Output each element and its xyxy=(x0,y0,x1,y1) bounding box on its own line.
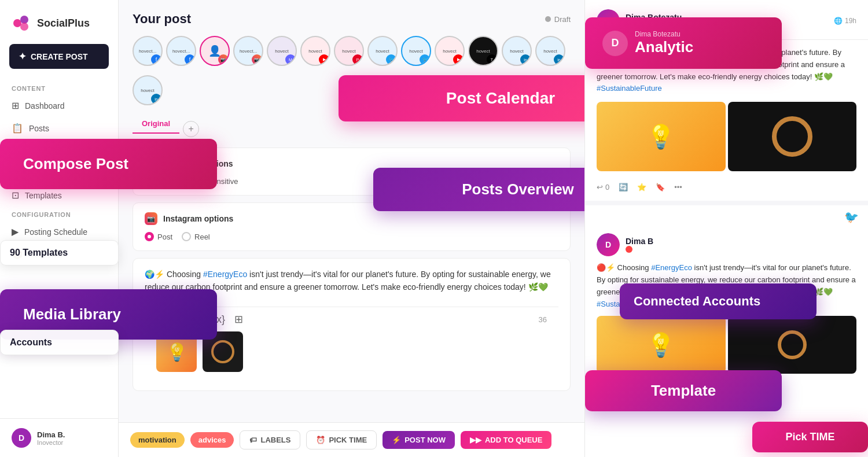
post-now-button[interactable]: ⚡ POST NOW xyxy=(382,431,455,449)
instagram-reel-label: Reel xyxy=(194,233,210,241)
account-avatar-14[interactable]: hovect in xyxy=(133,75,163,105)
feed-post-1-actions: ↩ 0 🔄 ⭐ 🔖 ••• xyxy=(585,178,868,201)
instagram-post-label: Post xyxy=(157,233,172,241)
instagram-platform-icon: 📷 xyxy=(145,212,157,225)
motivation-tag[interactable]: motivation xyxy=(130,432,185,448)
feed-mastodon-badge-2 xyxy=(626,246,653,253)
like-action[interactable]: ⭐ xyxy=(637,183,646,191)
configuration-section-label: Configuration xyxy=(0,207,118,220)
dashboard-icon: ⊞ xyxy=(12,100,19,111)
reply-action[interactable]: ↩ 0 xyxy=(597,183,609,191)
char-count: 36 xyxy=(539,315,547,324)
analytic-user-info: Dima Botezatu Analytic xyxy=(635,30,693,56)
media-library-overlay-text: Media Library xyxy=(23,305,121,323)
pick-time-button[interactable]: ⏰ PICK TIME xyxy=(306,430,377,449)
right-panel: D Dima Botezatu 🌐 19h Choosing #EnergyEc… xyxy=(584,0,868,457)
bookmark-action[interactable]: 🔖 xyxy=(656,183,665,191)
content-section-label: Content xyxy=(0,80,118,94)
feed-avatar-2: D xyxy=(597,233,620,256)
instagram-reel-radio[interactable] xyxy=(182,232,191,241)
account-avatar-3[interactable]: 👤 📷 xyxy=(200,36,230,66)
account-avatar-1[interactable]: hovect... f xyxy=(133,36,163,66)
svg-point-0 xyxy=(13,19,21,27)
add-to-queue-label: ADD TO QUEUE xyxy=(485,436,542,444)
twitter-platform-row: 🐦 xyxy=(585,205,868,224)
sidebar-label-dashboard: Dashboard xyxy=(25,101,65,110)
user-profile-area[interactable]: D Dima B. Inovector xyxy=(0,418,118,457)
account-avatar-13[interactable]: hovect in xyxy=(535,36,565,66)
posts-icon: 📋 xyxy=(12,123,23,134)
feed-hashtag-3: #EnergyEco xyxy=(651,263,692,272)
create-post-button[interactable]: ✦ CREATE POST xyxy=(9,44,109,69)
templates-icon: ⊡ xyxy=(12,190,19,201)
more-action[interactable]: ••• xyxy=(674,183,682,191)
sidebar-label-templates: Templates xyxy=(25,191,62,200)
ring-large-icon xyxy=(772,116,812,157)
feed-divider xyxy=(585,201,868,205)
account-avatar-11[interactable]: hovect T xyxy=(468,36,498,66)
feed-user-2: D Dima B xyxy=(597,233,856,256)
retweet-action[interactable]: 🔄 xyxy=(619,183,628,191)
feed-user-info-2: Dima B xyxy=(626,237,653,253)
post-calendar-overlay: Post Calendar xyxy=(339,75,584,121)
user-info: Dima B. Inovector xyxy=(37,430,65,446)
ring-large-icon-2 xyxy=(778,330,807,359)
instagram-post-radio[interactable] xyxy=(145,232,154,241)
sidebar-label-posts: Posts xyxy=(29,124,49,133)
pick-time-overlay[interactable]: Pick TIME xyxy=(752,422,868,452)
globe-icon: 🌐 xyxy=(834,17,843,25)
pick-time-label: PICK TIME xyxy=(329,436,367,444)
account-avatar-2[interactable]: hovect... f xyxy=(166,36,196,66)
add-tab-button[interactable]: + xyxy=(183,121,199,137)
compose-post-overlay-text: Compose Post xyxy=(23,155,128,172)
draft-badge: Draft xyxy=(545,15,571,24)
red-dot xyxy=(626,246,632,253)
instagram-post-option[interactable]: Post xyxy=(145,232,172,241)
post-now-label: POST NOW xyxy=(404,436,446,444)
tab-original[interactable]: Original xyxy=(133,115,179,134)
app-name: SocialPlus xyxy=(37,17,90,30)
connected-accounts-overlay-text: Connected Accounts xyxy=(634,294,760,308)
feed-hashtag-2: #SustainableFuture xyxy=(597,84,662,93)
labels-button[interactable]: 🏷 LABELS xyxy=(240,430,300,449)
account-avatar-12[interactable]: hovect in xyxy=(502,36,532,66)
instagram-reel-option[interactable]: Reel xyxy=(182,232,210,241)
account-avatar-6[interactable]: hovect ▶ xyxy=(300,36,330,66)
accounts-overlay-text: Accounts xyxy=(10,337,52,347)
analytic-overlay-text: Analytic xyxy=(635,38,693,56)
account-avatar-8[interactable]: hovect 🐦 xyxy=(367,36,398,66)
feed-image-2-dark xyxy=(728,316,857,374)
advices-tag[interactable]: advices xyxy=(190,432,234,448)
templates-count-text: 90 Templates xyxy=(10,248,68,257)
account-avatar-10[interactable]: hovect ▶ xyxy=(435,36,465,66)
analytic-username: Dima Botezatu xyxy=(635,30,693,38)
ring-icon xyxy=(211,340,234,363)
feed-time-value-1: 19h xyxy=(845,17,856,25)
post-tabs: Original xyxy=(133,115,179,134)
account-avatar-7[interactable]: hovect P xyxy=(334,36,364,66)
feed-image-1-dark xyxy=(728,102,857,171)
queue-icon: ▶▶ xyxy=(470,436,481,444)
create-post-label: CREATE POST xyxy=(31,52,88,61)
sidebar-item-dashboard[interactable]: ⊞ Dashboard xyxy=(0,94,118,117)
sidebar-label-posting-schedule: Posting Schedule xyxy=(24,227,87,237)
grid-icon[interactable]: ⊞ xyxy=(234,313,243,326)
tab-original-label: Original xyxy=(142,119,170,128)
posting-schedule-icon: ▶ xyxy=(12,226,19,237)
account-avatar-5[interactable]: hovect M xyxy=(267,36,297,66)
template-overlay-text: Template xyxy=(651,382,716,399)
templates-count-overlay: 90 Templates xyxy=(0,240,119,266)
connected-accounts-overlay: Connected Accounts xyxy=(620,283,816,319)
posts-overview-overlay: Posts Overview xyxy=(373,168,584,211)
feed-post-1-images: 💡 xyxy=(597,102,856,171)
feed-user-name-2: Dima B xyxy=(626,237,653,246)
instagram-icon: 📷 xyxy=(147,215,155,223)
post-editor: Your post Draft hovect... f hovect... f … xyxy=(119,0,584,422)
lightning-icon: ⚡ xyxy=(392,436,401,444)
account-avatar-4[interactable]: hovect... 📷 xyxy=(233,36,263,66)
post-title: Your post xyxy=(133,12,191,27)
compose-post-overlay: Compose Post xyxy=(0,139,217,189)
account-avatar-9[interactable]: hovect 🐦 xyxy=(401,36,431,66)
add-to-queue-button[interactable]: ▶▶ ADD TO QUEUE xyxy=(461,431,551,449)
sidebar-item-posts[interactable]: 📋 Posts xyxy=(0,117,118,139)
